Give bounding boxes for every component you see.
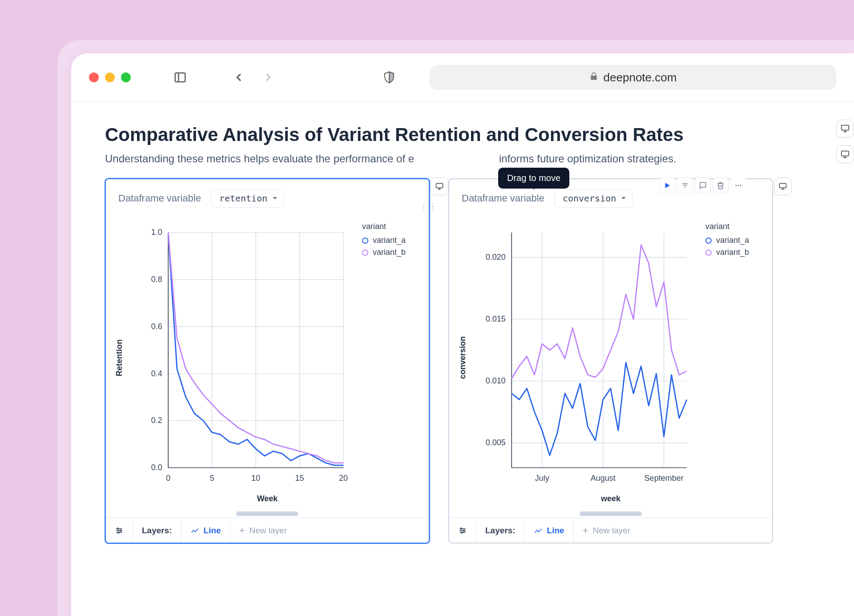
browser-window: deepnote.com Comparative Analysis of Var… bbox=[71, 53, 854, 616]
forward-button[interactable] bbox=[259, 68, 278, 87]
settings-button[interactable] bbox=[449, 518, 476, 543]
svg-text:September: September bbox=[645, 474, 684, 483]
line-layer-button[interactable]: Line bbox=[525, 518, 574, 543]
url-text: deepnote.com bbox=[604, 71, 677, 85]
page-subtitle: Understanding these metrics helps evalua… bbox=[105, 153, 827, 165]
line-layer-button[interactable]: Line bbox=[181, 518, 230, 543]
more-button[interactable] bbox=[730, 177, 746, 193]
card-display-toggle[interactable] bbox=[431, 177, 448, 195]
y-axis-label: Retention bbox=[115, 339, 124, 376]
lock-icon bbox=[589, 72, 598, 83]
svg-text:15: 15 bbox=[295, 474, 304, 483]
add-layer-button[interactable]: +New layer bbox=[574, 518, 639, 543]
chart-card-conversion[interactable]: Dataframe variable conversion conversion… bbox=[448, 178, 773, 544]
svg-text:20: 20 bbox=[339, 474, 348, 483]
sidebar-toggle-icon[interactable] bbox=[171, 68, 189, 87]
svg-rect-2 bbox=[842, 125, 849, 130]
svg-point-38 bbox=[117, 528, 118, 529]
dataframe-select-retention[interactable]: retention bbox=[211, 189, 284, 208]
dataframe-select-conversion[interactable]: conversion bbox=[554, 189, 632, 208]
svg-point-71 bbox=[463, 530, 465, 531]
legend-b: variant_b bbox=[716, 248, 749, 257]
chart-scrollbar[interactable] bbox=[223, 511, 312, 516]
inner-frame: deepnote.com Comparative Analysis of Var… bbox=[58, 40, 854, 616]
page-title: Comparative Analysis of Variant Retentio… bbox=[105, 124, 827, 145]
legend-title: variant bbox=[362, 222, 406, 231]
delete-button[interactable] bbox=[713, 177, 729, 193]
maximize-window-button[interactable] bbox=[121, 72, 131, 82]
svg-text:1.0: 1.0 bbox=[151, 228, 162, 237]
svg-text:0.010: 0.010 bbox=[486, 376, 506, 385]
svg-text:August: August bbox=[591, 474, 616, 483]
svg-marker-41 bbox=[665, 183, 670, 188]
close-window-button[interactable] bbox=[89, 72, 99, 82]
back-button[interactable] bbox=[230, 68, 248, 87]
subtitle-post: informs future optimization strategies. bbox=[499, 153, 677, 165]
svg-text:0.020: 0.020 bbox=[486, 253, 506, 262]
outer-frame: deepnote.com Comparative Analysis of Var… bbox=[0, 0, 854, 616]
svg-rect-8 bbox=[436, 183, 443, 188]
chart-scrollbar[interactable] bbox=[566, 511, 655, 516]
y-axis-label: conversion bbox=[458, 336, 467, 379]
svg-point-47 bbox=[740, 185, 741, 186]
dataframe-label: Dataframe variable bbox=[462, 193, 544, 204]
minimize-window-button[interactable] bbox=[105, 72, 115, 82]
display-mode-button-2[interactable] bbox=[836, 145, 854, 163]
legend-a: variant_a bbox=[373, 236, 406, 245]
settings-button[interactable] bbox=[106, 518, 133, 543]
svg-text:0.8: 0.8 bbox=[151, 275, 162, 284]
svg-point-40 bbox=[118, 531, 119, 533]
chart-card-retention[interactable]: ⋮⋮ Dataframe variable retention Retentio… bbox=[105, 178, 430, 544]
dataframe-label: Dataframe variable bbox=[118, 193, 201, 204]
drag-handle-icon[interactable]: ⋮⋮ bbox=[420, 201, 438, 211]
traffic-lights bbox=[89, 72, 131, 82]
svg-text:0.4: 0.4 bbox=[151, 369, 162, 378]
card-display-toggle[interactable] bbox=[774, 177, 792, 195]
legend: variant variant_a variant_b bbox=[362, 222, 406, 260]
svg-text:July: July bbox=[535, 474, 549, 483]
svg-point-72 bbox=[461, 531, 463, 533]
svg-point-70 bbox=[460, 528, 462, 529]
legend-title: variant bbox=[705, 222, 749, 231]
svg-text:0.2: 0.2 bbox=[151, 416, 162, 425]
svg-point-45 bbox=[735, 185, 737, 186]
svg-text:0.6: 0.6 bbox=[151, 322, 162, 331]
page-content: Comparative Analysis of Variant Retentio… bbox=[71, 102, 854, 544]
run-button[interactable] bbox=[659, 177, 675, 193]
svg-rect-5 bbox=[842, 151, 849, 156]
svg-text:10: 10 bbox=[251, 474, 260, 483]
legend: variant variant_a variant_b bbox=[705, 222, 749, 260]
svg-text:0.015: 0.015 bbox=[486, 314, 506, 323]
display-mode-button-1[interactable] bbox=[836, 120, 854, 137]
layers-label: Layers: bbox=[476, 518, 525, 543]
add-layer-button[interactable]: +New layer bbox=[230, 518, 296, 543]
svg-text:5: 5 bbox=[210, 474, 214, 483]
filter-button[interactable] bbox=[677, 177, 693, 193]
comment-button[interactable] bbox=[695, 177, 711, 193]
svg-text:0.0: 0.0 bbox=[151, 463, 162, 472]
svg-text:0.005: 0.005 bbox=[486, 438, 506, 447]
browser-chrome: deepnote.com bbox=[71, 53, 854, 102]
drag-tooltip: Drag to move bbox=[498, 168, 569, 189]
legend-a: variant_a bbox=[716, 236, 749, 245]
legend-b: variant_b bbox=[373, 248, 406, 257]
svg-point-46 bbox=[738, 185, 739, 186]
layers-label: Layers: bbox=[133, 518, 181, 543]
svg-text:0: 0 bbox=[166, 474, 170, 483]
shield-icon[interactable] bbox=[380, 68, 399, 87]
subtitle-pre: Understanding these metrics helps evalua… bbox=[105, 153, 414, 165]
svg-rect-0 bbox=[175, 73, 185, 82]
address-bar[interactable]: deepnote.com bbox=[430, 65, 836, 90]
svg-point-39 bbox=[120, 530, 121, 531]
svg-rect-48 bbox=[780, 183, 786, 188]
